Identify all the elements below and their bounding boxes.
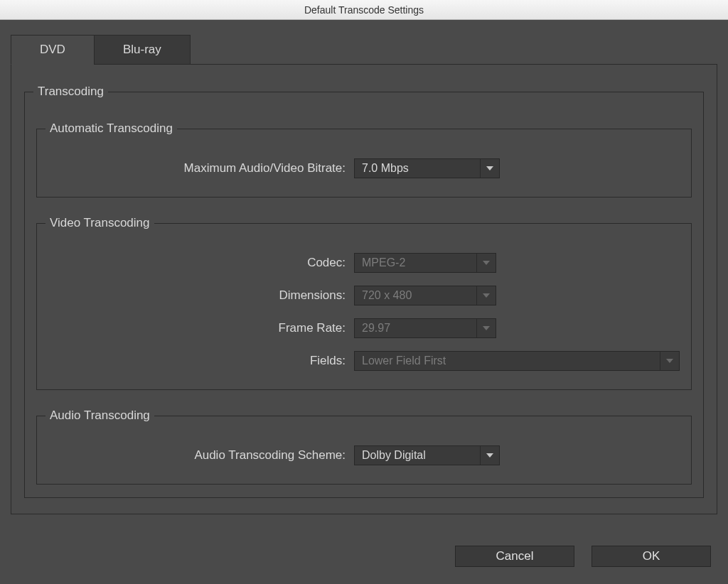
footer-buttons: Cancel OK xyxy=(455,546,711,567)
window-title: Default Transcode Settings xyxy=(304,4,424,16)
audio-scheme-label: Audio Transcoding Scheme: xyxy=(48,448,354,463)
codec-label: Codec: xyxy=(48,256,354,270)
audio-scheme-row: Audio Transcoding Scheme: Dolby Digital xyxy=(48,445,680,465)
chevron-down-icon xyxy=(477,326,496,330)
audio-transcoding-fieldset: Audio Transcoding Audio Transcoding Sche… xyxy=(36,409,692,485)
cancel-button-label: Cancel xyxy=(496,549,534,563)
content-area: DVD Blu-ray Transcoding Automatic Transc… xyxy=(0,20,728,584)
dimensions-dropdown: 720 x 480 xyxy=(354,286,496,305)
tab-bluray[interactable]: Blu-ray xyxy=(94,35,191,65)
dimensions-row: Dimensions: 720 x 480 xyxy=(48,286,680,305)
chevron-down-icon xyxy=(660,359,679,363)
fields-row: Fields: Lower Field First xyxy=(48,351,680,371)
max-bitrate-value: 7.0 Mbps xyxy=(355,162,480,175)
max-bitrate-row: Maximum Audio/Video Bitrate: 7.0 Mbps xyxy=(48,158,680,178)
dimensions-value: 720 x 480 xyxy=(355,289,476,302)
fields-label: Fields: xyxy=(48,354,354,368)
frame-rate-label: Frame Rate: xyxy=(48,321,354,335)
codec-row: Codec: MPEG-2 xyxy=(48,253,680,273)
max-bitrate-dropdown[interactable]: 7.0 Mbps xyxy=(354,158,500,178)
automatic-transcoding-legend: Automatic Transcoding xyxy=(46,121,177,136)
cancel-button[interactable]: Cancel xyxy=(455,546,574,567)
audio-scheme-dropdown[interactable]: Dolby Digital xyxy=(354,445,500,465)
max-bitrate-label: Maximum Audio/Video Bitrate: xyxy=(48,161,354,175)
ok-button-label: OK xyxy=(643,549,660,563)
transcoding-legend: Transcoding xyxy=(33,85,108,99)
audio-transcoding-legend: Audio Transcoding xyxy=(46,409,154,423)
transcoding-fieldset: Transcoding Automatic Transcoding Maximu… xyxy=(24,85,704,498)
tab-panel-dvd: Transcoding Automatic Transcoding Maximu… xyxy=(11,64,717,514)
codec-value: MPEG-2 xyxy=(355,256,476,269)
automatic-transcoding-fieldset: Automatic Transcoding Maximum Audio/Vide… xyxy=(36,121,692,198)
fields-dropdown: Lower Field First xyxy=(354,351,680,371)
tab-bluray-label: Blu-ray xyxy=(123,43,161,56)
frame-rate-value: 29.97 xyxy=(355,322,476,335)
chevron-down-icon xyxy=(477,293,496,298)
ok-button[interactable]: OK xyxy=(592,546,711,567)
chevron-down-icon xyxy=(481,453,499,458)
dimensions-label: Dimensions: xyxy=(48,288,354,303)
tab-row: DVD Blu-ray xyxy=(11,34,717,64)
chevron-down-icon xyxy=(477,261,496,265)
chevron-down-icon xyxy=(481,166,499,171)
tab-dvd[interactable]: DVD xyxy=(11,35,95,65)
video-transcoding-legend: Video Transcoding xyxy=(46,216,154,230)
fields-value: Lower Field First xyxy=(355,355,660,367)
video-transcoding-fieldset: Video Transcoding Codec: MPEG-2 Dimensio… xyxy=(36,216,692,390)
tab-dvd-label: DVD xyxy=(40,43,65,56)
frame-rate-row: Frame Rate: 29.97 xyxy=(48,318,680,338)
frame-rate-dropdown: 29.97 xyxy=(354,318,496,338)
audio-scheme-value: Dolby Digital xyxy=(355,449,480,462)
title-bar: Default Transcode Settings xyxy=(0,0,728,20)
codec-dropdown: MPEG-2 xyxy=(354,253,496,273)
